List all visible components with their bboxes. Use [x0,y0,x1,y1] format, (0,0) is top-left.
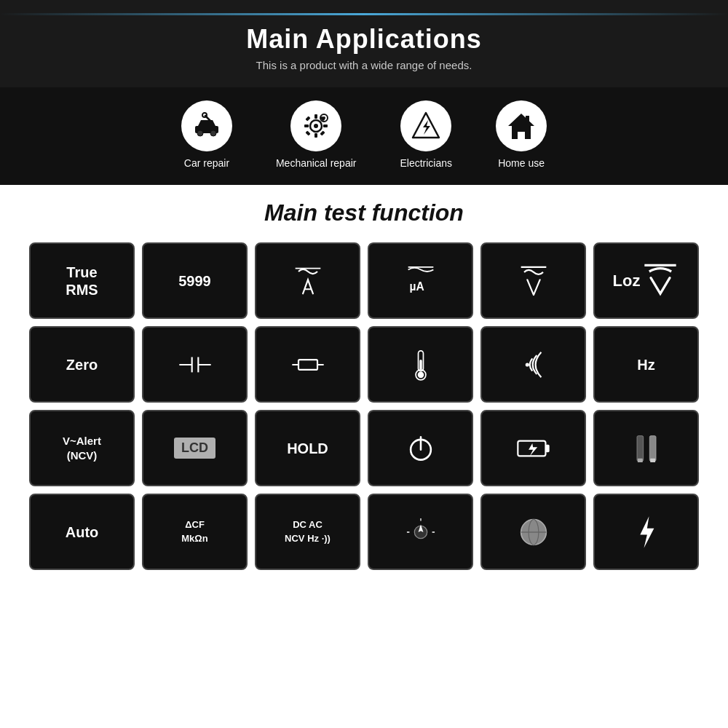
loz-v-content: Loz [613,262,680,300]
svg-point-16 [323,116,325,119]
svg-rect-17 [526,116,529,123]
loz-text: Loz [613,272,641,290]
svg-text:µA: µA [409,280,424,293]
svg-rect-11 [306,116,311,121]
tile-5999: 5999 [142,242,248,319]
tile-acf-mkon-label: ΔCFMkΩn [181,518,207,545]
tile-lcd-label: LCD [174,438,215,459]
svg-point-1 [197,130,203,136]
svg-rect-9 [304,124,309,127]
tile-battery [480,410,586,486]
car-repair-icon-circle [181,100,232,151]
tile-hold: HOLD [255,410,360,486]
test-section-title: Main test function [22,199,706,226]
tile-ac-v [480,242,586,319]
svg-point-2 [210,130,216,136]
svg-rect-28 [298,360,317,370]
temperature-symbol [402,346,440,384]
mechanical-icon-circle [290,100,341,151]
test-section: Main test function TrueRMS 5999 [0,185,728,577]
ac-v-symbol [515,262,553,300]
svg-rect-40 [649,435,656,461]
svg-rect-8 [314,133,317,138]
tile-ncv: V~Alert(NCV) [29,410,135,486]
svg-rect-38 [545,444,549,451]
probe-symbol [628,430,665,467]
app-item-electricians: Electricians [400,100,452,169]
svg-rect-12 [306,130,311,135]
app-label-mechanical: Mechanical repair [276,157,357,169]
tile-continuity [480,326,586,403]
ball-symbol [515,513,553,551]
sub-title: This is a product with a wide range of n… [0,59,728,71]
tile-power [368,410,473,486]
tile-hz-label: Hz [637,356,654,373]
battery-symbol [515,430,553,467]
car-repair-svg [191,110,223,142]
svg-point-4 [202,113,207,117]
continuity-symbol [515,346,553,384]
tile-ball [480,494,586,570]
loz-v-symbol [641,262,679,300]
svg-rect-39 [637,435,644,461]
svg-rect-14 [320,130,325,135]
tile-5999-label: 5999 [178,272,211,290]
app-item-car-repair: Car repair [181,100,232,169]
home-icon-circle [496,100,547,151]
clamp-symbol [402,513,440,551]
tile-loz-v: Loz [593,242,699,319]
ua-symbol: µA [402,262,440,300]
home-svg [505,110,537,142]
svg-rect-42 [650,458,655,462]
svg-rect-10 [323,124,328,127]
tile-acf-mkon: ΔCFMkΩn [142,494,248,570]
app-label-car-repair: Car repair [184,157,229,169]
power-symbol [402,430,440,467]
tile-dc-ac: DC ACNCV Hz ·)) [255,494,360,570]
svg-rect-31 [419,360,422,370]
electrician-svg [410,110,442,142]
tile-true-rms-label: TrueRMS [66,264,98,298]
app-label-electricians: Electricians [400,157,452,169]
main-title: Main Applications [0,24,728,55]
tile-zero: Zero [29,326,135,403]
tile-auto-label: Auto [66,523,99,541]
lightning-symbol [628,513,665,551]
tiles-grid: TrueRMS 5999 µA [22,242,706,570]
tile-lightning [593,494,699,570]
tile-hold-label: HOLD [287,440,328,457]
app-label-home-use: Home use [498,157,545,169]
svg-rect-41 [637,458,642,462]
svg-point-34 [525,363,529,366]
tile-clamp [368,494,473,570]
svg-rect-7 [314,114,317,119]
app-item-home-use: Home use [496,100,547,169]
tile-zero-label: Zero [66,356,98,373]
svg-point-6 [314,124,318,128]
top-banner: Main Applications This is a product with… [0,0,728,87]
applications-row: Car repair Mechanical repair [0,87,728,185]
tile-ncv-label: V~Alert(NCV) [63,434,101,462]
tile-true-rms: TrueRMS [29,242,135,319]
tile-resistor [255,326,360,403]
mechanical-svg [300,110,332,142]
tile-probe [593,410,699,486]
tile-hz: Hz [593,326,699,403]
tile-temperature [368,326,473,403]
tile-dc-ac-label: DC ACNCV Hz ·)) [285,518,331,545]
capacitor-symbol [176,346,214,384]
tile-ua: µA [368,242,473,319]
tile-capacitor [142,326,248,403]
ac-a-symbol [289,262,327,300]
tile-lcd: LCD [142,410,248,486]
tile-auto: Auto [29,494,135,570]
electrician-icon-circle [400,100,451,151]
resistor-symbol [289,346,327,384]
tile-ac-a [255,242,360,319]
app-item-mechanical: Mechanical repair [276,100,357,169]
svg-point-33 [417,371,424,378]
